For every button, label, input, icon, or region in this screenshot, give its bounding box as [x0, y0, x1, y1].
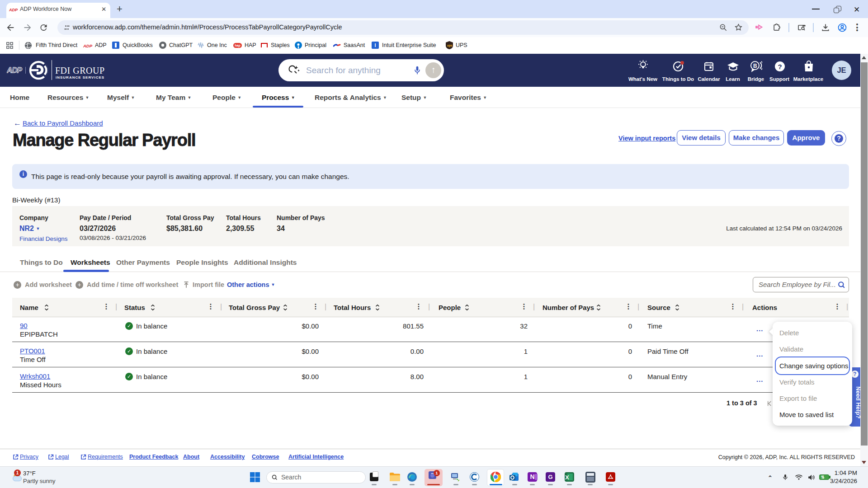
svg-text:?: ? — [778, 63, 782, 70]
svg-text:ADP: ADP — [9, 8, 18, 12]
svg-text:B: B — [753, 63, 757, 69]
svg-text:ADP: ADP — [83, 43, 93, 48]
svg-text:ADP: ADP — [7, 66, 23, 75]
svg-text:ups: ups — [447, 44, 453, 47]
